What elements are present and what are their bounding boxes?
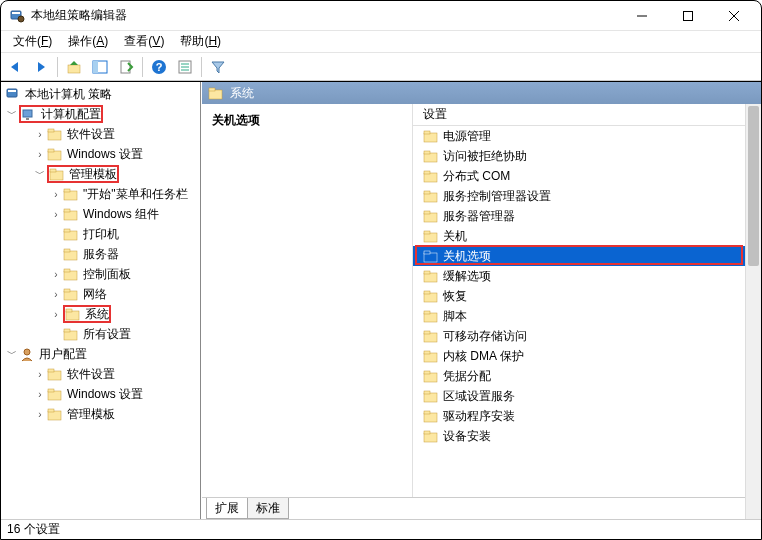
folder-icon <box>423 228 439 244</box>
svg-rect-33 <box>64 269 70 272</box>
tree-admin-templates[interactable]: ﹀ 管理模板 <box>5 164 200 184</box>
vertical-scrollbar[interactable] <box>745 104 761 519</box>
tree-u-windows[interactable]: ›Windows 设置 <box>5 384 200 404</box>
list-item[interactable]: 恢复 <box>413 286 761 306</box>
expand-toggle-icon[interactable]: › <box>49 209 63 220</box>
detail-panel: 关机选项 <box>202 104 412 497</box>
expand-toggle-icon[interactable]: › <box>33 389 47 400</box>
list-item[interactable]: 可移动存储访问 <box>413 326 761 346</box>
tree-windows-settings[interactable]: ›Windows 设置 <box>5 144 200 164</box>
list-item[interactable]: 服务控制管理器设置 <box>413 186 761 206</box>
list-item-label: 访问被拒绝协助 <box>443 148 527 165</box>
tree-u-admin[interactable]: ›管理模板 <box>5 404 200 424</box>
list-item-label: 关机选项 <box>443 248 491 265</box>
list-item[interactable]: 服务器管理器 <box>413 206 761 226</box>
tree-control-panel[interactable]: ›控制面板 <box>5 264 200 284</box>
tree-system[interactable]: › 系统 <box>5 304 200 324</box>
svg-rect-43 <box>48 391 61 400</box>
svg-rect-1 <box>12 12 20 14</box>
expand-toggle-icon[interactable]: ﹀ <box>5 107 19 121</box>
list-item[interactable]: 访问被拒绝协助 <box>413 146 761 166</box>
svg-rect-19 <box>48 129 54 132</box>
expand-toggle-icon[interactable]: › <box>33 129 47 140</box>
help-button[interactable]: ? <box>147 55 171 79</box>
list-item[interactable]: 内核 DMA 保护 <box>413 346 761 366</box>
svg-rect-37 <box>66 309 72 312</box>
tree-printers[interactable]: ›打印机 <box>5 224 200 244</box>
list-item-label: 缓解选项 <box>443 268 491 285</box>
expand-toggle-icon[interactable]: ﹀ <box>5 347 19 361</box>
minimize-button[interactable] <box>619 1 665 31</box>
list-item[interactable]: 关机选项 <box>413 246 761 266</box>
list-item[interactable]: 分布式 COM <box>413 166 761 186</box>
tree-root[interactable]: 本地计算机 策略 <box>5 84 200 104</box>
tab-standard[interactable]: 标准 <box>247 498 289 519</box>
tree-software-settings[interactable]: ›软件设置 <box>5 124 200 144</box>
export-button[interactable] <box>114 55 138 79</box>
tree-pane[interactable]: 本地计算机 策略 ﹀ 计算机配置 ›软件设置 ›Windows 设置 ﹀ 管理模… <box>1 82 201 519</box>
svg-rect-56 <box>424 191 430 194</box>
svg-rect-71 <box>424 353 437 362</box>
tree-label: 计算机配置 <box>41 106 101 123</box>
properties-button[interactable] <box>173 55 197 79</box>
list-item-label: 服务器管理器 <box>443 208 515 225</box>
app-icon <box>9 8 25 24</box>
tree-all-settings[interactable]: ›所有设置 <box>5 324 200 344</box>
tree-start-menu[interactable]: ›"开始"菜单和任务栏 <box>5 184 200 204</box>
tree-u-software[interactable]: ›软件设置 <box>5 364 200 384</box>
filter-button[interactable] <box>206 55 230 79</box>
expand-toggle-icon[interactable]: › <box>33 409 47 420</box>
close-button[interactable] <box>711 1 757 31</box>
expand-toggle-icon[interactable]: › <box>49 289 63 300</box>
menu-view[interactable]: 查看(V) <box>116 31 172 52</box>
list-item[interactable]: 驱动程序安装 <box>413 406 761 426</box>
svg-rect-28 <box>64 231 77 240</box>
maximize-button[interactable] <box>665 1 711 31</box>
expand-toggle-icon[interactable]: › <box>49 189 63 200</box>
svg-rect-70 <box>424 331 430 334</box>
list-item[interactable]: 凭据分配 <box>413 366 761 386</box>
list-item-label: 恢复 <box>443 288 467 305</box>
menu-file[interactable]: 文件(F) <box>5 31 60 52</box>
scrollbar-thumb[interactable] <box>748 106 759 266</box>
tree-computer-config[interactable]: ﹀ 计算机配置 <box>5 104 200 124</box>
list-item[interactable]: 脚本 <box>413 306 761 326</box>
folder-icon <box>423 368 439 384</box>
status-bar: 16 个设置 <box>1 519 761 539</box>
tree-user-config[interactable]: ﹀用户配置 <box>5 344 200 364</box>
tree-label: 软件设置 <box>67 126 115 143</box>
list-item[interactable]: 区域设置服务 <box>413 386 761 406</box>
svg-rect-3 <box>684 11 693 20</box>
list-item[interactable]: 关机 <box>413 226 761 246</box>
expand-toggle-icon[interactable]: ﹀ <box>33 167 47 181</box>
tree-network[interactable]: ›网络 <box>5 284 200 304</box>
svg-rect-38 <box>64 331 77 340</box>
svg-rect-50 <box>424 131 430 134</box>
settings-list: 设置 电源管理访问被拒绝协助分布式 COM服务控制管理器设置服务器管理器关机关机… <box>412 104 761 497</box>
tab-extended[interactable]: 扩展 <box>206 498 248 519</box>
menu-action[interactable]: 操作(A) <box>60 31 116 52</box>
list-item-label: 脚本 <box>443 308 467 325</box>
tree-servers[interactable]: ›服务器 <box>5 244 200 264</box>
toolbar-separator <box>57 57 58 77</box>
column-header-settings[interactable]: 设置 <box>413 104 761 126</box>
back-button[interactable] <box>3 55 27 79</box>
list-item[interactable]: 设备安装 <box>413 426 761 446</box>
folder-icon <box>423 388 439 404</box>
list-item[interactable]: 缓解选项 <box>413 266 761 286</box>
menu-help[interactable]: 帮助(H) <box>172 31 229 52</box>
expand-toggle-icon[interactable]: › <box>33 369 47 380</box>
expand-toggle-icon[interactable]: › <box>49 309 63 320</box>
svg-rect-27 <box>64 209 70 212</box>
list-item[interactable]: 电源管理 <box>413 126 761 146</box>
svg-rect-46 <box>48 409 54 412</box>
show-hide-tree-button[interactable] <box>88 55 112 79</box>
svg-rect-34 <box>64 291 77 300</box>
forward-button[interactable] <box>29 55 53 79</box>
tree-windows-components[interactable]: ›Windows 组件 <box>5 204 200 224</box>
status-text: 16 个设置 <box>7 521 60 538</box>
expand-toggle-icon[interactable]: › <box>33 149 47 160</box>
items-container[interactable]: 电源管理访问被拒绝协助分布式 COM服务控制管理器设置服务器管理器关机关机选项缓… <box>413 126 761 497</box>
expand-toggle-icon[interactable]: › <box>49 269 63 280</box>
up-button[interactable] <box>62 55 86 79</box>
